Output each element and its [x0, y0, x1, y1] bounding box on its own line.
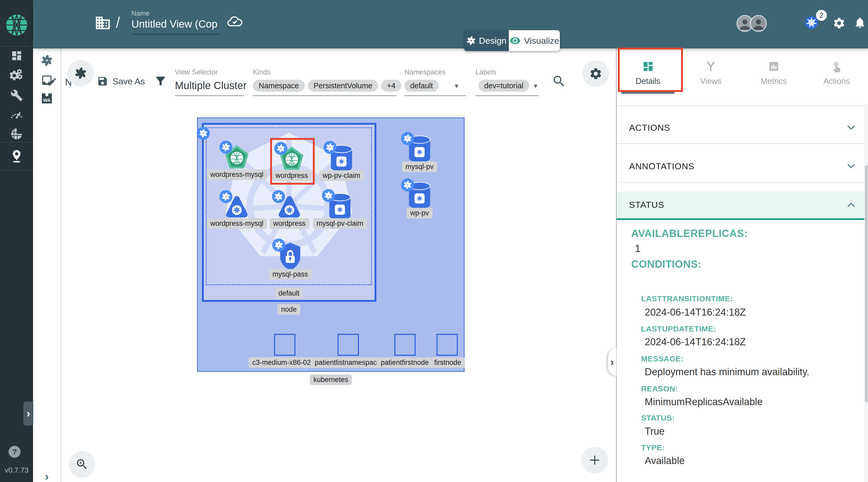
views-icon [705, 60, 717, 72]
kubernetes-connection-badge [197, 127, 210, 140]
notifications-bell-icon[interactable] [854, 16, 866, 29]
host-label: firstnode [431, 357, 465, 368]
tab-views[interactable]: Views [680, 49, 743, 98]
kind-chip[interactable]: PersistentVolume [308, 80, 378, 92]
edit-pencil-icon[interactable] [48, 77, 57, 87]
metrics-bar-chart-icon [768, 60, 780, 72]
meshery-app: / Name 2 Design Visualize [0, 0, 868, 482]
panel-collapse-handle[interactable]: › [608, 349, 616, 375]
status-key: AVAILABLEREPLICAS: [631, 228, 748, 239]
view-selector-label: View Selector [175, 68, 218, 76]
namespaces-label: Namespaces [404, 68, 445, 76]
plus-icon [589, 454, 601, 466]
status-key: LASTTRANSITIONTIME: [641, 294, 733, 303]
view-name-label: Name [131, 9, 149, 18]
panel-scrollbar[interactable] [864, 104, 868, 482]
entity-label: mysql-pass [269, 269, 312, 280]
status-value: Available [645, 455, 685, 466]
status-key: STATUS: [641, 414, 675, 422]
view-selector-dropdown[interactable]: Multiple Cluster ▾ [175, 80, 259, 91]
status-key: CONDITIONS: [631, 258, 702, 270]
organization-icon[interactable] [94, 14, 111, 31]
zoom-in-icon [75, 457, 89, 471]
tab-design[interactable]: Design [464, 30, 509, 51]
labels-filter[interactable]: dev=tutorial ▾ [478, 80, 537, 92]
version-label: v0.7.73 [5, 466, 29, 475]
status-value: 1 [635, 243, 641, 254]
sidebar-item-extensions[interactable] [10, 127, 23, 140]
namespace-label: default [275, 288, 303, 299]
canvas-settings-button[interactable] [583, 60, 609, 87]
accordion-annotations[interactable]: ANNOTATIONS [617, 150, 868, 182]
sidebar-item-configuration[interactable] [10, 89, 23, 101]
tab-visualize[interactable]: Visualize [509, 30, 560, 51]
host-square[interactable] [394, 334, 416, 356]
canvas-tool-strip: WA › [33, 49, 61, 482]
entity-label: wordpress [270, 218, 309, 229]
annotation-box-details-tab [618, 48, 683, 92]
filter-funnel-icon[interactable] [154, 74, 167, 88]
entity-label: wordpress-mysql [207, 169, 267, 180]
namespaces-filter[interactable]: default ▾ [404, 80, 458, 92]
tab-metrics[interactable]: Metrics [742, 49, 805, 98]
sidebar-item-lifecycle[interactable] [9, 69, 24, 82]
kubernetes-connection-badge [401, 132, 414, 145]
chevron-down-icon[interactable]: ▾ [534, 82, 537, 90]
strip-expand-chevron[interactable]: › [45, 469, 49, 482]
sidebar-expand-button[interactable]: › [24, 401, 33, 425]
svg-text:WA: WA [43, 98, 51, 103]
accordion-status[interactable]: STATUS [617, 191, 868, 220]
kinds-filter[interactable]: Namespace PersistentVolume +4 ▾ [253, 80, 410, 92]
mode-toggle: Design Visualize [464, 30, 560, 51]
host-square[interactable] [338, 334, 359, 356]
sidebar-item-performance[interactable] [10, 109, 24, 120]
meshery-logo[interactable] [6, 14, 28, 36]
view-name-input[interactable] [131, 18, 217, 30]
host-label: patientlistnamespace [311, 357, 384, 368]
tab-actions[interactable]: Actions [805, 49, 868, 98]
namespace-chip[interactable]: default [404, 80, 439, 92]
annotation-box-wordpress [270, 138, 315, 185]
status-key: REASON: [641, 384, 678, 393]
host-square[interactable] [274, 334, 296, 356]
primary-sidebar: › ? v0.7.73 [0, 0, 33, 482]
kind-chip-more[interactable]: +4 [381, 80, 401, 92]
component-shape-button[interactable] [67, 60, 94, 86]
status-key: MESSAGE: [641, 354, 684, 363]
cloud-saved-icon [227, 16, 243, 29]
accordion-actions[interactable]: ACTIONS [617, 112, 868, 143]
status-value: 2024-06-14T16:24:18Z [645, 307, 746, 318]
collaborator-avatar[interactable] [750, 15, 767, 32]
sidebar-item-kanvas-pin[interactable] [11, 149, 22, 163]
help-button[interactable]: ? [8, 446, 21, 458]
designs-pinwheel-icon[interactable] [41, 54, 53, 66]
chevron-up-icon [847, 202, 856, 208]
kubernetes-connection-badge [219, 190, 232, 203]
details-panel: Details Views Metrics Actions ACTIONS AN… [616, 49, 868, 482]
status-value: MinimumReplicasAvailable [645, 396, 763, 408]
kubernetes-connection-badge [272, 190, 285, 203]
label-chip[interactable]: dev=tutorial [478, 80, 529, 92]
kind-chip[interactable]: Namespace [253, 80, 305, 92]
settings-icon[interactable] [833, 17, 846, 30]
status-value: Deployment has minimum availability. [645, 366, 809, 378]
host-label: c3-medium-x86-02... [249, 357, 320, 368]
wasm-filter-icon[interactable]: WA [41, 92, 53, 104]
scrollbar-thumb[interactable] [865, 165, 868, 402]
add-node-button[interactable] [582, 447, 608, 474]
status-value: True [645, 426, 665, 437]
save-as-button[interactable]: Save As [97, 76, 145, 87]
entity-label: wordpress-mysql [207, 218, 267, 229]
chevron-down-icon [847, 163, 856, 169]
kubernetes-connection-badge [323, 141, 337, 154]
entity-label: wp-pv [407, 208, 433, 218]
search-icon[interactable] [552, 74, 566, 89]
status-key: LASTUPDATETIME: [641, 325, 716, 333]
visualize-eye-icon [509, 35, 521, 47]
entity-label: mysql-pv [402, 161, 437, 172]
host-square[interactable] [436, 334, 458, 356]
chevron-down-icon[interactable]: ▾ [455, 82, 458, 90]
sidebar-item-dashboard[interactable] [11, 50, 23, 62]
app-header: / Name 2 Design Visualize [33, 0, 868, 49]
zoom-in-button[interactable] [69, 451, 95, 478]
